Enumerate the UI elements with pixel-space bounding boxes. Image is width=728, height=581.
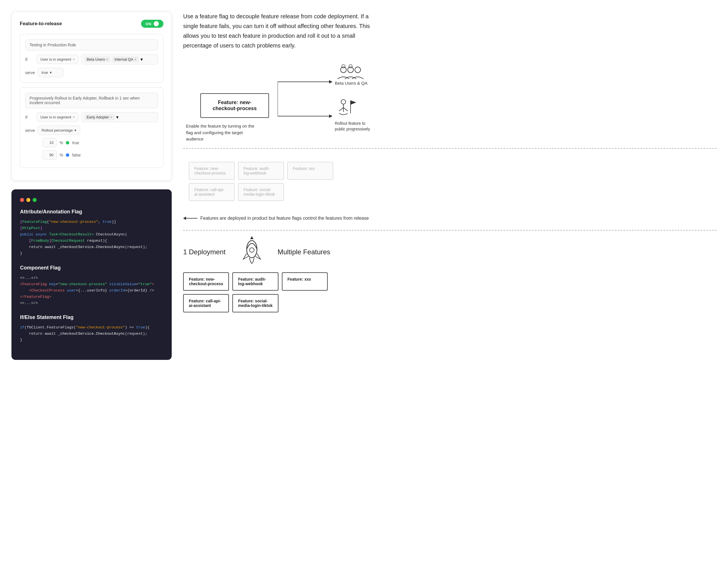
rule1-serve-text: true [42,70,48,75]
rule1-name[interactable]: Testing in Production Rule [25,39,158,50]
feature-box-label: Feature: new-checkout-process [213,100,257,111]
deployment-row: Features are deployed in product but fea… [183,211,717,226]
code-string: "new-checkout-process" [49,220,98,224]
code-plain4: CheckoutAsync( [94,232,127,237]
rule1-condition-select[interactable]: User is in segment ▾ [36,55,78,64]
feature-card-title: Feature-to-release [20,21,62,27]
code-keyword2: public async [20,232,49,237]
rule2-if-label: If [25,115,34,120]
code-card: Attribute/Annotation Flag [FeatureFlag("… [11,189,172,360]
enable-text: Enable the feature by turning on the fla… [186,123,255,142]
code-bracket4: [ [29,239,31,243]
code-type2: HttpPost [22,226,40,230]
rule1-segment-tags: Beta Users × Internal QA × ▾ [81,54,158,64]
code-eq4: ={orderId} /> [125,288,154,293]
diagram-svg: Beta Users & QA Rollout feature to publi… [278,59,449,139]
code-section2-block: <>...</> <FeatureFlag key="new-checkout-… [20,275,163,307]
rule2-serve-label: serve [25,128,35,133]
rollout2-pct[interactable]: 90 [42,150,57,160]
rule1-serve-row: serve true ▾ [25,68,158,77]
svg-marker-1 [329,80,333,83]
code-line4: [FromBody]CheckoutRequest request){ [20,238,163,244]
feature-box: Feature: new-checkout-process [200,93,269,118]
code-if3: } [20,337,163,343]
tag-beta-users-remove[interactable]: × [106,57,108,61]
code-comp-plain2: <>...</> [20,301,38,305]
code-keyword: true [103,220,112,224]
code-indent [20,288,29,293]
deployment-text: Features are deployed in product but fea… [200,216,369,221]
code-line3: public async Task<CheckoutResult> Checko… [20,232,163,238]
rollout-text1: Rollout feature to [335,121,365,126]
rollout1-value: true [72,140,79,145]
svg-line-15 [343,108,348,111]
active-feature-item-2: Feature: audit-log-webhook [232,272,279,291]
code-attr4: orderId [109,288,125,293]
left-column: Feature-to-release ON Testing in Product… [11,11,172,570]
code-comp4: </FeatureFlag> [20,294,163,300]
code-plain9: } [20,251,22,256]
code-attr1: key [49,282,55,286]
code-if-brace: ){ [145,325,150,329]
bottom-section: 1 Deployment Multiple Features [183,236,717,268]
code-section2-title: Component Flag [20,265,163,271]
beta-users-text: Beta Users & QA [335,81,367,85]
rule2-serve-type[interactable]: Rollout percentage ▾ [38,126,80,135]
code-if-keyword: if [20,325,25,329]
code-line6: } [20,250,163,257]
description-text: Use a feature flag to decouple feature r… [183,11,384,50]
toggle-label: ON [146,22,152,26]
rule1-section: Testing in Production Rule If User is in… [20,34,163,83]
code-if-plain: (fbClient.FeatureFlags( [25,325,76,329]
rule2-rollout-row2: 90 % false [42,150,158,160]
code-eq3: ={...userInfo} [76,288,109,293]
multiple-label: Multiple Features [278,248,330,256]
svg-marker-22 [250,236,254,239]
code-val2: "true" [138,282,152,286]
code-if1: if(fbClient.FeatureFlags("new-checkout-p… [20,324,163,331]
beta-users-icon-group [338,65,363,79]
dashed-divider1 [183,148,717,149]
unactivated-feature-grid: Feature: new-checkout-process Feature: a… [189,162,333,201]
rule2-serve-row: serve Rollout percentage ▾ [25,126,158,135]
code-if-plain3: (request); [125,332,147,336]
rollout-text2: public progressively [335,127,370,131]
deployment-label: 1 Deployment [183,248,226,256]
code-comp5: <>...</> [20,300,163,307]
rule1-serve-value[interactable]: true ▾ [38,68,63,77]
svg-marker-4 [329,114,333,118]
svg-line-14 [339,108,343,111]
tag-internal-qa-remove[interactable]: × [134,57,136,61]
card-header: Feature-to-release ON [20,20,163,28]
svg-point-12 [341,100,346,104]
left-arrow-svg [183,215,198,222]
code-val1: "new-checkout-process" [58,282,107,286]
tags-chevron: ▾ [140,57,143,62]
rule1-condition-type: User is in segment [40,57,71,61]
code-tag2: > [152,282,154,286]
code-if-indent: return await [20,332,58,336]
code-line5: return await _checkoutService.CheckoutAs… [20,244,163,250]
tag-early-adopter-remove[interactable]: × [110,115,112,119]
code-comp2: <FeatureFlag key="new-checkout-process" … [20,281,163,288]
rule2-section: Progressively Rollout to Early Adopter, … [20,87,163,168]
code-tag3: <CheckoutProcess [29,288,67,293]
rule2-condition-select[interactable]: User is in segment ▾ [36,112,78,122]
toggle-on-button[interactable]: ON [141,20,164,28]
rollout1-pct[interactable]: 10 [42,138,57,147]
feature-flag-card: Feature-to-release ON Testing in Product… [11,11,172,181]
code-tag1: <FeatureFlag [20,282,49,286]
code-plain6: request){ [85,239,107,243]
svg-point-20 [250,248,254,252]
svg-point-7 [341,67,346,73]
code-if-string: "new-checkout-process" [76,325,125,329]
rule2-name[interactable]: Progressively Rollout to Early Adopter, … [25,93,158,108]
feature-item-2: Feature: audit-log-webhook [238,162,284,180]
code-type4: FromBody [31,239,49,243]
feature-item-3: Feature: xxx [287,162,333,180]
code-plain5 [20,239,29,243]
rollout-icon-group [339,100,356,115]
svg-point-8 [348,67,354,73]
code-comp1: <>...</> [20,275,163,281]
code-if-close: } [20,338,22,342]
